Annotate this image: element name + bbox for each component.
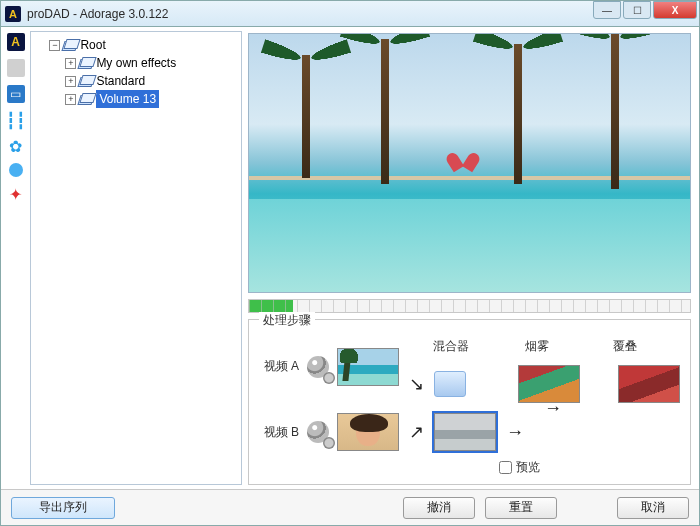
undo-button[interactable]: 撤消 [403,497,475,519]
tree-node-standard[interactable]: + Standard [65,72,239,90]
left-toolbar: A ▭ ┇┇ ✿ ✦ [1,27,30,489]
tree-label: My own effects [96,54,176,72]
heart-overlay-icon [452,148,474,168]
preview-checkbox-input[interactable] [499,461,512,474]
bottom-bar: 导出序列 撤消 重置 取消 [1,489,699,525]
video-preview[interactable] [248,33,691,293]
toolbar-icon-dot[interactable] [9,163,23,177]
effects-tree-panel: − Root + My own effects + [30,31,242,485]
thumb-video-b[interactable] [337,413,399,451]
palm-icon [611,34,619,189]
film-reel-icon[interactable] [307,421,329,443]
folder-icon [63,39,77,51]
window-controls: — ☐ X [593,1,697,19]
film-reel-icon[interactable] [307,356,329,378]
folder-icon [79,93,93,105]
toolbar-icon-sliders[interactable]: ┇┇ [7,111,25,129]
folder-icon [79,57,93,69]
arrow-icon: → [542,398,564,419]
minimize-button[interactable]: — [593,1,621,19]
toolbar-icon-blank[interactable] [7,59,25,77]
timeline-scrubber[interactable] [248,299,691,313]
main-panel: Menu 处理步骤 [242,27,699,489]
thumb-video-a[interactable] [337,348,399,386]
effects-tree[interactable]: − Root + My own effects + [33,36,239,108]
arrow-icon: ↗ [407,421,426,443]
app-window: A proDAD - Adorage 3.0.122 — ☐ X A ▭ ┇┇ … [0,0,700,526]
arrow-icon: → [504,422,526,443]
app-icon: A [5,6,21,22]
tree-node-my-own-effects[interactable]: + My own effects [65,54,239,72]
expander-icon[interactable]: + [65,76,76,87]
tree-label-root: Root [80,36,105,54]
palm-icon [302,55,310,179]
preview-checkbox-label: 预览 [516,459,540,476]
mixer-icon[interactable] [434,371,466,397]
folder-icon [79,75,93,87]
cancel-button[interactable]: 取消 [617,497,689,519]
expander-icon[interactable]: + [65,94,76,105]
thumb-overlay[interactable] [618,365,680,403]
expander-icon[interactable]: + [65,58,76,69]
steps-group-title: 处理步骤 [259,312,315,329]
tree-node-root[interactable]: − Root [49,36,239,54]
steps-row-b: 视频 B ↗ → → [259,413,680,451]
label-video-b: 视频 B [259,424,299,441]
tree-label-selected: Volume 13 [96,90,159,108]
arrow-icon: ↘ [407,373,426,395]
thumb-mixer-output[interactable] [434,413,496,451]
palm-icon [381,39,389,183]
close-button[interactable]: X [653,1,697,19]
titlebar[interactable]: A proDAD - Adorage 3.0.122 — ☐ X [1,1,699,27]
expander-icon[interactable]: − [49,40,60,51]
client-area: A ▭ ┇┇ ✿ ✦ − Root [1,27,699,525]
toolbar-icon-logo[interactable]: A [7,33,25,51]
palm-icon [514,44,522,183]
timeline-ticks [249,300,690,312]
maximize-button[interactable]: ☐ [623,1,651,19]
reset-button[interactable]: 重置 [485,497,557,519]
main-row: A ▭ ┇┇ ✿ ✦ − Root [1,27,699,489]
toolbar-icon-gear[interactable]: ✿ [7,137,25,155]
processing-steps-group: 处理步骤 视频 A 混合器 烟雾 [248,319,691,485]
tree-label: Standard [96,72,145,90]
toolbar-icon-monitor[interactable]: ▭ [7,85,25,103]
toolbar-icon-puzzle[interactable]: ✦ [7,185,25,203]
export-sequence-button[interactable]: 导出序列 [11,497,115,519]
window-title: proDAD - Adorage 3.0.122 [27,7,168,21]
tree-node-volume-13[interactable]: + Volume 13 [65,90,239,108]
preview-checkbox[interactable]: 预览 [499,459,680,476]
